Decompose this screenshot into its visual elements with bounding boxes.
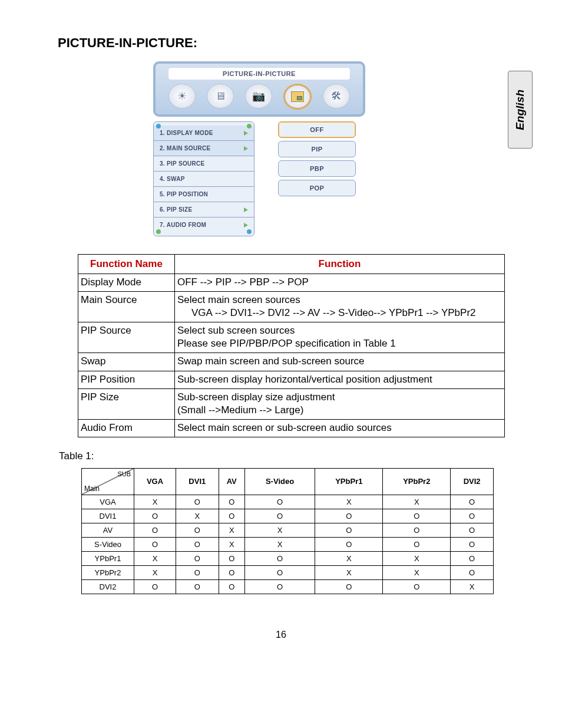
matrix-cell: O	[219, 509, 244, 523]
osd-sub-pop[interactable]: POP	[278, 180, 356, 196]
tools-icon[interactable]: 🛠	[323, 84, 350, 108]
matrix-cell: O	[451, 551, 494, 565]
matrix-cell: O	[176, 495, 219, 509]
osd-menu-label: 6. PIP SIZE	[160, 206, 192, 213]
matrix-cell: O	[176, 551, 219, 565]
page-number: 16	[29, 630, 533, 640]
osd-menu-label: 3. PIP SOURCE	[160, 160, 205, 167]
matrix-cell: X	[244, 523, 315, 537]
osd-sub-off[interactable]: OFF	[278, 121, 356, 138]
matrix-cell: O	[134, 537, 176, 551]
matrix-col-header: S-Video	[244, 468, 315, 495]
function-table: Function Name Function Display ModeOFF -…	[78, 254, 505, 437]
pc-icon[interactable]: 🖥	[207, 84, 234, 108]
matrix-cell: O	[451, 509, 494, 523]
matrix-cell: O	[383, 537, 451, 551]
matrix-cell: O	[176, 537, 219, 551]
osd-menu-label: 4. SWAP	[160, 176, 185, 182]
osd-menu-label: 2. MAIN SOURCE	[160, 145, 210, 151]
matrix-cell: O	[134, 579, 176, 594]
matrix-cell: X	[219, 523, 244, 537]
func-name-cell: Display Mode	[78, 274, 175, 292]
matrix-cell: O	[451, 537, 494, 551]
matrix-cell: O	[244, 509, 315, 523]
osd-submenu: OFF PIP PBP POP	[278, 121, 356, 236]
matrix-col-header: DVI2	[451, 468, 494, 495]
matrix-cell: X	[383, 551, 451, 565]
func-desc-cell: Select main screen or sub-screen audio s…	[175, 419, 505, 437]
osd-menu-label: 5. PIP POSITION	[160, 191, 208, 197]
func-desc-cell: OFF --> PIP --> PBP --> POP	[175, 274, 505, 292]
osd-menu-label: 1. DISPLAY MODE	[160, 130, 213, 136]
matrix-col-header: VGA	[134, 468, 176, 495]
osd-menu-item-audio-from[interactable]: 7. AUDIO FROM	[154, 218, 254, 232]
matrix-cell: O	[244, 565, 315, 579]
osd-menu-item-swap[interactable]: 4. SWAP	[154, 172, 254, 187]
matrix-cell: X	[383, 565, 451, 579]
matrix-row-header: DVI1	[82, 509, 134, 523]
matrix-cell: O	[383, 509, 451, 523]
matrix-row-header: DVI2	[82, 579, 134, 594]
func-name-cell: Audio From	[78, 419, 175, 437]
brightness-icon[interactable]: ☀	[168, 84, 196, 108]
matrix-cell: O	[383, 523, 451, 537]
matrix-cell: O	[134, 523, 176, 537]
matrix-cell: O	[176, 565, 219, 579]
func-desc-cell: Select main screen sourcesVGA --> DVI1--…	[175, 292, 505, 322]
matrix-cell: X	[244, 537, 315, 551]
matrix-col-header: AV	[219, 468, 244, 495]
osd-panel: PICTURE-IN-PICTURE ☀ 🖥 📷 🛠 1. DISPLAY MO…	[153, 61, 533, 236]
osd-menu: 1. DISPLAY MODE 2. MAIN SOURCE 3. PIP SO…	[153, 121, 254, 236]
matrix-cell: O	[176, 523, 219, 537]
matrix-cell: X	[134, 551, 176, 565]
osd-menu-item-main-source[interactable]: 2. MAIN SOURCE	[154, 141, 254, 156]
matrix-col-header: YPbPr2	[383, 468, 451, 495]
osd-tab-icons: ☀ 🖥 📷 🛠	[159, 84, 359, 110]
matrix-cell: O	[219, 495, 244, 509]
matrix-row-header: VGA	[82, 495, 134, 509]
matrix-cell: X	[315, 551, 383, 565]
osd-title: PICTURE-IN-PICTURE	[168, 67, 351, 80]
matrix-cell: X	[134, 495, 176, 509]
compat-matrix: SUBMainVGADVI1AVS-VideoYPbPr1YPbPr2DVI2 …	[81, 468, 494, 594]
matrix-cell: X	[315, 565, 383, 579]
arrow-icon	[244, 223, 248, 228]
matrix-cell: O	[315, 509, 383, 523]
matrix-row-header: S-Video	[82, 537, 134, 551]
osd-sub-pbp[interactable]: PBP	[278, 160, 356, 177]
language-tab: English	[508, 71, 533, 149]
osd-menu-item-pip-source[interactable]: 3. PIP SOURCE	[154, 156, 254, 172]
arrow-icon	[244, 207, 248, 212]
matrix-cell: O	[315, 579, 383, 594]
camera-icon[interactable]: 📷	[245, 84, 272, 108]
matrix-corner: SUBMain	[82, 468, 134, 495]
matrix-cell: O	[244, 579, 315, 594]
matrix-cell: O	[451, 495, 494, 509]
matrix-cell: O	[244, 551, 315, 565]
pip-icon[interactable]	[283, 84, 312, 110]
matrix-cell: X	[176, 509, 219, 523]
matrix-cell: O	[451, 565, 494, 579]
func-name-cell: PIP Position	[78, 371, 175, 388]
matrix-col-header: DVI1	[176, 468, 219, 495]
page-heading: PICTURE-IN-PICTURE:	[58, 35, 533, 51]
func-name-cell: PIP Size	[78, 388, 175, 419]
matrix-cell: O	[244, 495, 315, 509]
osd-menu-item-pip-size[interactable]: 6. PIP SIZE	[154, 202, 254, 218]
matrix-cell: O	[451, 523, 494, 537]
osd-menu-item-pip-position[interactable]: 5. PIP POSITION	[154, 187, 254, 202]
osd-menu-item-display-mode[interactable]: 1. DISPLAY MODE	[154, 126, 254, 141]
func-desc-cell: Swap main screen and sub-screen source	[175, 353, 505, 371]
matrix-cell: X	[383, 495, 451, 509]
table1-label: Table 1:	[59, 450, 533, 462]
osd-sub-pip[interactable]: PIP	[278, 141, 356, 157]
arrow-icon	[244, 146, 248, 151]
matrix-col-header: YPbPr1	[315, 468, 383, 495]
func-name-cell: Swap	[78, 353, 175, 371]
matrix-cell: X	[315, 495, 383, 509]
func-header-func: Function	[175, 255, 505, 274]
matrix-cell: O	[176, 579, 219, 594]
matrix-cell: O	[134, 509, 176, 523]
matrix-cell: O	[383, 579, 451, 594]
matrix-row-header: AV	[82, 523, 134, 537]
